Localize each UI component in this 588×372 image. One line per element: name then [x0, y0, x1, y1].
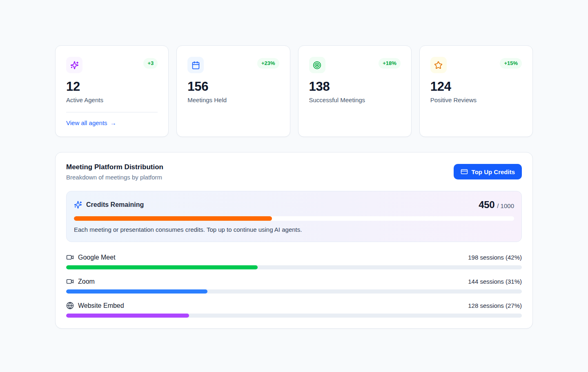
platform-row-header: Website Embed 128 sessions (27%) [66, 302, 522, 309]
panel-title-block: Meeting Platform Distribution Breakdown … [66, 163, 163, 181]
arrow-right-icon: → [110, 119, 116, 126]
credits-panel: Credits Remaining 450 / 1000 Each meetin… [66, 191, 522, 242]
platform-progress-track [66, 314, 522, 318]
platform-name: Google Meet [78, 254, 116, 261]
credits-progress-fill [74, 216, 272, 221]
stat-value: 124 [430, 80, 522, 94]
stat-card-successful-meetings: +18% 138 Successful Meetings [298, 45, 412, 137]
stat-card-meetings-held: +23% 156 Meetings Held [176, 45, 290, 137]
platform-name: Website Embed [78, 302, 124, 309]
sparkles-icon [74, 201, 82, 209]
target-icon [309, 57, 325, 73]
platform-row-google-meet: Google Meet 198 sessions (42%) [66, 253, 522, 269]
platform-progress-fill [66, 289, 207, 294]
credits-remaining-label: Credits Remaining [86, 201, 144, 208]
stats-row: +3 12 Active Agents View all agents → +2… [55, 45, 533, 137]
stat-value: 138 [309, 80, 401, 94]
panel-header: Meeting Platform Distribution Breakdown … [66, 163, 522, 181]
platform-row-zoom: Zoom 144 sessions (31%) [66, 278, 522, 294]
platform-sessions: 198 sessions (42%) [468, 254, 522, 261]
trend-badge: +18% [379, 58, 401, 69]
stat-label: Positive Reviews [430, 96, 522, 103]
platform-progress-track [66, 289, 522, 294]
stat-card-active-agents: +3 12 Active Agents View all agents → [55, 45, 169, 137]
star-icon [430, 57, 447, 73]
credits-total: / 1000 [497, 202, 514, 209]
platform-name-wrap: Google Meet [66, 253, 116, 261]
credit-card-icon [461, 168, 468, 175]
credits-amount: 450 / 1000 [479, 199, 514, 211]
content-container: +3 12 Active Agents View all agents → +2… [55, 0, 533, 329]
credits-value: 450 [479, 199, 494, 211]
stat-card-header: +3 [66, 57, 158, 73]
stat-label: Successful Meetings [309, 96, 401, 103]
divider [66, 112, 158, 112]
trend-badge: +23% [257, 58, 279, 69]
platform-list: Google Meet 198 sessions (42%) Zoom [66, 253, 522, 318]
top-up-credits-button[interactable]: Top Up Credits [454, 164, 522, 179]
stat-card-header: +15% [430, 57, 522, 73]
stat-card-header: +18% [309, 57, 401, 73]
dashboard-page: +3 12 Active Agents View all agents → +2… [0, 0, 588, 372]
stat-card-positive-reviews: +15% 124 Positive Reviews [419, 45, 533, 137]
credits-description: Each meeting or presentation consumes cr… [74, 226, 514, 233]
platform-sessions: 144 sessions (31%) [468, 278, 522, 285]
platform-distribution-card: Meeting Platform Distribution Breakdown … [55, 152, 533, 329]
panel-title: Meeting Platform Distribution [66, 163, 163, 171]
platform-name-wrap: Website Embed [66, 302, 124, 309]
link-label: View all agents [66, 119, 107, 126]
credits-progress-track [74, 216, 514, 221]
panel-subtitle: Breakdown of meetings by platform [66, 174, 163, 181]
stat-value: 12 [66, 80, 158, 94]
stat-value: 156 [187, 80, 279, 94]
platform-progress-track [66, 265, 522, 269]
stat-label: Meetings Held [187, 96, 279, 103]
video-camera-icon [66, 278, 74, 285]
globe-icon [66, 302, 74, 309]
platform-progress-fill [66, 265, 258, 269]
top-up-credits-label: Top Up Credits [472, 168, 515, 175]
credits-header: Credits Remaining 450 / 1000 [74, 199, 514, 211]
platform-row-website-embed: Website Embed 128 sessions (27%) [66, 302, 522, 318]
platform-row-header: Google Meet 198 sessions (42%) [66, 253, 522, 261]
trend-badge: +15% [500, 58, 522, 69]
stat-card-header: +23% [187, 57, 279, 73]
calendar-icon [187, 57, 204, 73]
platform-sessions: 128 sessions (27%) [468, 302, 522, 309]
sparkles-icon [66, 57, 82, 73]
video-camera-icon [66, 253, 74, 261]
platform-progress-fill [66, 314, 189, 318]
platform-name-wrap: Zoom [66, 278, 95, 285]
credits-title-wrap: Credits Remaining [74, 201, 144, 209]
trend-badge: +3 [143, 58, 158, 69]
platform-row-header: Zoom 144 sessions (31%) [66, 278, 522, 285]
platform-name: Zoom [78, 278, 95, 285]
view-all-agents-link[interactable]: View all agents → [66, 119, 116, 126]
stat-label: Active Agents [66, 96, 158, 103]
